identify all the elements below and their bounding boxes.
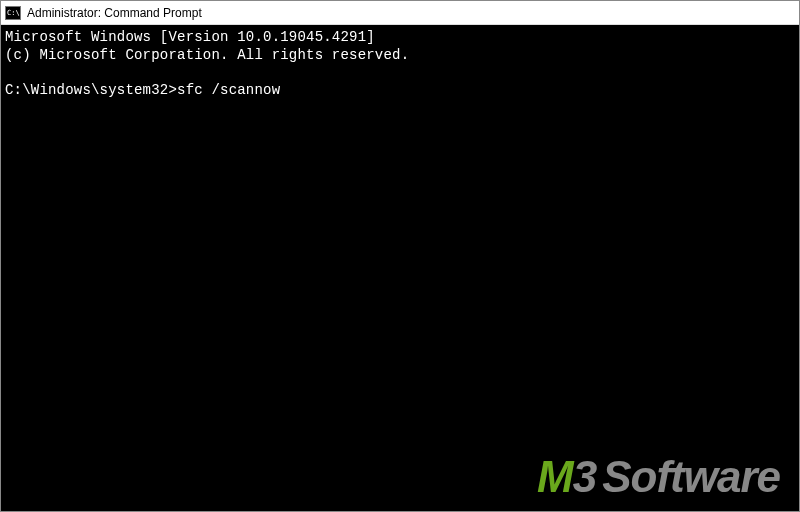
prompt: C:\Windows\system32> xyxy=(5,82,177,98)
cmd-icon: C:\ xyxy=(5,6,21,20)
titlebar[interactable]: C:\ Administrator: Command Prompt xyxy=(1,1,799,25)
command-input[interactable]: sfc /scannow xyxy=(177,82,280,98)
terminal-area[interactable]: Microsoft Windows [Version 10.0.19045.42… xyxy=(1,25,799,511)
window-title: Administrator: Command Prompt xyxy=(27,6,202,20)
svg-text:C:\: C:\ xyxy=(7,9,20,17)
command-prompt-window: C:\ Administrator: Command Prompt Micros… xyxy=(0,0,800,512)
terminal-line: (c) Microsoft Corporation. All rights re… xyxy=(5,47,409,63)
terminal-line: Microsoft Windows [Version 10.0.19045.42… xyxy=(5,29,375,45)
